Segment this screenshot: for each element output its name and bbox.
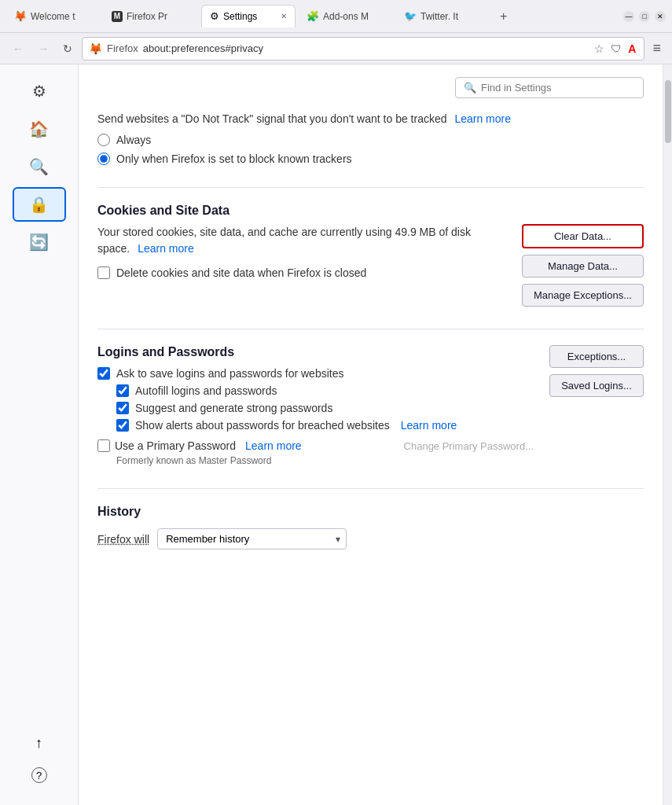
- change-primary-password-button[interactable]: Change Primary Password...: [404, 440, 534, 452]
- dnt-always-radio[interactable]: [97, 134, 110, 146]
- saved-logins-button[interactable]: Saved Logins...: [549, 374, 644, 397]
- dnt-section: Send websites a "Do Not Track" signal th…: [97, 111, 644, 165]
- dnt-description: Send websites a "Do Not Track" signal th…: [97, 112, 447, 125]
- tab-addons-icon: 🧩: [307, 10, 319, 22]
- tab-welcome-icon: 🦊: [14, 10, 27, 22]
- tab-firefox-priv[interactable]: M Firefox Pr: [104, 6, 198, 27]
- suggest-checkbox-label[interactable]: Suggest and generate strong passwords: [116, 402, 534, 414]
- sidebar-item-search[interactable]: 🔍: [13, 149, 66, 184]
- whats-new-icon: ↑: [35, 735, 42, 752]
- sidebar-item-home[interactable]: 🏠: [13, 112, 66, 146]
- logins-title: Logins and Passwords: [97, 345, 534, 359]
- browser-window: 🦊 Welcome t M Firefox Pr ⚙ Settings ✕ 🧩 …: [0, 0, 672, 805]
- main-layout: ⚙ 🏠 🔍 🔒 🔄 ↑ ?: [0, 64, 672, 805]
- ask-save-text: Ask to save logins and passwords for web…: [116, 367, 343, 380]
- tab-twitter-label: Twitter. It: [420, 11, 483, 22]
- home-icon: 🏠: [29, 119, 49, 138]
- lock-icon: 🔒: [29, 195, 49, 214]
- find-in-settings-input[interactable]: [481, 82, 635, 94]
- primary-password-row: Use a Primary Password Learn more Change…: [97, 439, 534, 452]
- help-icon: ?: [31, 767, 47, 783]
- cookies-text-area: Your stored cookies, site data, and cach…: [97, 224, 497, 307]
- sidebar-item-whats-new[interactable]: ↑: [13, 729, 66, 758]
- sidebar-item-general[interactable]: ⚙: [13, 74, 66, 108]
- history-select[interactable]: Remember history Never remember history …: [157, 528, 347, 550]
- sidebar-bottom: ↑ ?: [13, 729, 66, 796]
- sync-icon: 🔄: [29, 233, 49, 252]
- scrollbar[interactable]: [663, 64, 672, 805]
- cookies-learn-more-link[interactable]: Learn more: [138, 242, 194, 255]
- tab-settings-close[interactable]: ✕: [281, 12, 287, 20]
- tab-welcome[interactable]: 🦊 Welcome t: [6, 6, 101, 27]
- primary-password-checkbox[interactable]: [97, 439, 110, 452]
- shield-button[interactable]: 🛡: [609, 41, 623, 57]
- content-area: 🔍 Send websites a "Do Not Track" signal …: [79, 64, 663, 805]
- pdf-button[interactable]: A: [626, 41, 637, 57]
- alerts-checkbox-label[interactable]: Show alerts about passwords for breached…: [116, 419, 534, 432]
- new-tab-button[interactable]: +: [494, 6, 513, 27]
- sidebar-item-privacy[interactable]: 🔒: [13, 187, 66, 222]
- back-button[interactable]: ←: [8, 39, 28, 58]
- search-icon-inner: 🔍: [464, 82, 476, 94]
- cookies-header: Cookies and Site Data: [97, 204, 644, 218]
- scrollbar-thumb[interactable]: [665, 80, 671, 143]
- cookies-section: Cookies and Site Data Your stored cookie…: [97, 204, 644, 307]
- dnt-only-block-radio[interactable]: [97, 153, 110, 165]
- dnt-only-block-label: Only when Firefox is set to block known …: [116, 153, 352, 165]
- manage-data-button[interactable]: Manage Data...: [522, 255, 644, 278]
- tab-twitter[interactable]: 🐦 Twitter. It: [396, 6, 490, 27]
- firefox-brand-icon: 🦊: [89, 42, 102, 55]
- sidebar-item-help[interactable]: ?: [13, 761, 66, 789]
- maximize-button[interactable]: □: [639, 11, 650, 22]
- delete-cookies-checkbox[interactable]: [97, 266, 110, 279]
- primary-password-note: Formerly known as Master Password: [116, 455, 534, 466]
- logins-buttons: Exceptions... Saved Logins...: [549, 345, 644, 397]
- address-bar[interactable]: 🦊 Firefox about:preferences#privacy ☆ 🛡 …: [82, 37, 644, 61]
- ask-save-label[interactable]: Ask to save logins and passwords for web…: [97, 367, 534, 380]
- tab-settings[interactable]: ⚙ Settings ✕: [201, 5, 296, 28]
- firefox-will-label: Firefox will: [97, 533, 149, 546]
- suggest-checkbox[interactable]: [116, 402, 129, 414]
- alerts-learn-more-link[interactable]: Learn more: [401, 419, 457, 432]
- clear-data-button[interactable]: Clear Data...: [522, 224, 644, 248]
- dnt-radio-always[interactable]: Always: [97, 134, 644, 146]
- bookmark-button[interactable]: ☆: [593, 41, 606, 57]
- primary-password-learn-more-link[interactable]: Learn more: [245, 439, 302, 452]
- divider-2: [97, 329, 644, 329]
- ask-save-checkbox[interactable]: [97, 367, 110, 380]
- window-controls: — □ ✕: [623, 11, 666, 22]
- exceptions-button[interactable]: Exceptions...: [549, 345, 644, 368]
- cookies-buttons: Clear Data... Manage Data... Manage Exce…: [522, 224, 644, 307]
- delete-cookies-checkbox-label[interactable]: Delete cookies and site data when Firefo…: [97, 266, 497, 279]
- forward-button[interactable]: →: [33, 39, 53, 58]
- autofill-checkbox[interactable]: [116, 384, 129, 397]
- minimize-button[interactable]: —: [623, 11, 634, 22]
- dnt-radio-only-block[interactable]: Only when Firefox is set to block known …: [97, 153, 644, 165]
- autofill-label: Autofill logins and passwords: [135, 384, 277, 397]
- tab-firefox-icon: M: [112, 11, 123, 22]
- dnt-radio-group: Always Only when Firefox is set to block…: [97, 134, 644, 165]
- tab-addons-label: Add-ons M: [323, 11, 385, 22]
- history-row: Firefox will Remember history Never reme…: [97, 528, 644, 550]
- autofill-checkbox-label[interactable]: Autofill logins and passwords: [116, 384, 534, 397]
- menu-button[interactable]: ≡: [649, 37, 664, 60]
- tab-firefox-label: Firefox Pr: [127, 11, 190, 22]
- logins-sub-options: Autofill logins and passwords Suggest an…: [116, 384, 534, 432]
- alerts-checkbox[interactable]: [116, 419, 129, 432]
- address-bar-actions: ☆ 🛡 A: [593, 41, 637, 57]
- tab-settings-icon: ⚙: [210, 10, 219, 22]
- gear-icon: ⚙: [32, 82, 46, 101]
- dnt-learn-more-link[interactable]: Learn more: [454, 112, 511, 125]
- close-button[interactable]: ✕: [655, 11, 666, 22]
- search-icon: 🔍: [29, 157, 49, 176]
- browser-label: Firefox: [107, 42, 138, 54]
- reload-button[interactable]: ↻: [58, 39, 77, 58]
- sidebar-item-sync[interactable]: 🔄: [13, 225, 66, 259]
- search-bar: 🔍: [455, 77, 644, 98]
- cookies-body-text: Your stored cookies, site data, and cach…: [97, 224, 497, 257]
- manage-exceptions-button[interactable]: Manage Exceptions...: [522, 284, 644, 307]
- address-text: about:preferences#privacy: [143, 42, 589, 54]
- nav-bar: ← → ↻ 🦊 Firefox about:preferences#privac…: [0, 33, 672, 64]
- tab-addons[interactable]: 🧩 Add-ons M: [299, 6, 393, 27]
- logins-options: Logins and Passwords Ask to save logins …: [97, 345, 534, 466]
